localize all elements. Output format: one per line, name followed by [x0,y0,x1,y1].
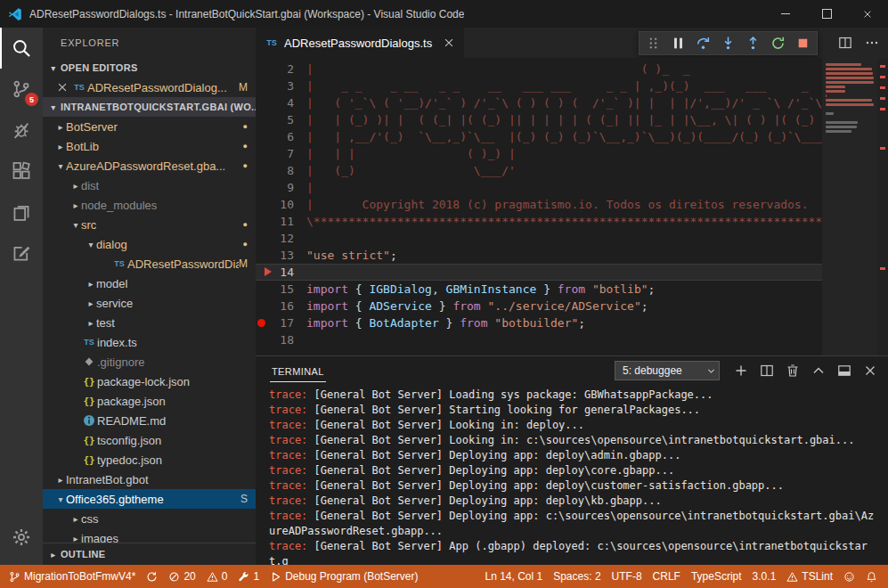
gutter-margin[interactable] [256,196,270,213]
tree-item-tsconfig-json[interactable]: {}tsconfig.json [43,430,256,450]
outline-header[interactable]: ▸ OUTLINE [43,543,256,565]
status-ts-version[interactable]: 3.0.1 [747,565,782,588]
code-line-6[interactable]: 6| | ,__/'(_) `\__,_)`\__ |(_) (_) (_)`\… [256,128,822,145]
terminal-output[interactable]: trace: [General Bot Server] Loading sys … [256,385,888,565]
debug-step-out-icon[interactable] [745,36,761,51]
status-eol[interactable]: CRLF [648,565,686,588]
status-feedback[interactable] [838,565,860,588]
tree-item-typedoc-json[interactable]: {}typedoc.json [43,450,256,470]
panel-panel-layout-icon[interactable] [837,363,851,378]
code-line-4[interactable]: 4| ( '_`\ ( '__)/'_` ) /'_`\ ( ) ( ) ( /… [256,94,822,111]
status-indentation[interactable]: Spaces: 2 [548,565,606,588]
status-tasks[interactable]: 1 [232,565,265,588]
gutter-margin[interactable] [256,230,270,247]
panel-close-icon[interactable] [863,363,877,378]
activity-search[interactable] [0,28,43,69]
status-errors[interactable]: 20 [163,565,200,588]
tree-item-test[interactable]: ▸test [43,313,256,332]
code-line-10[interactable]: 10| Copyright 2018 (c) pragmatismo.io. T… [256,196,822,213]
status-sync[interactable] [141,565,163,588]
debug-pause-icon[interactable] [671,36,686,51]
code-line-11[interactable]: 11\*************************************… [256,213,822,230]
close-tab-icon[interactable] [443,37,455,49]
code-line-3[interactable]: 3| _ _ _ __ _ _ __ ___ ___ _ _ | ,_)(_) … [256,78,822,94]
debug-step-over-icon[interactable] [696,36,711,51]
activity-edit[interactable] [0,233,43,274]
gutter-margin[interactable] [256,94,270,111]
tree-item-readme-md[interactable]: README.md [43,411,256,430]
status-language[interactable]: TypeScript [686,565,747,588]
gutter-margin[interactable] [256,162,270,179]
tab-adresetpassworddialogs-ts[interactable]: TS ADResetPasswordDialogs.ts [256,28,464,58]
activity-files[interactable] [0,192,43,233]
gutter-margin[interactable] [256,61,270,78]
panel-plus-icon[interactable] [734,363,748,378]
code-line-17[interactable]: 17import { BotAdapter } from "botbuilder… [256,314,822,331]
panel-split-terminal-icon[interactable] [760,363,774,378]
gutter-margin[interactable] [256,179,270,196]
gutter-margin[interactable] [256,213,270,230]
activity-debug[interactable] [0,110,43,151]
gutter-margin[interactable] [256,78,270,94]
gutter-margin[interactable] [256,111,270,128]
tree-item-node-modules[interactable]: ▸node_modules [43,195,256,215]
minimap[interactable] [822,58,877,355]
panel-chevron-up-icon[interactable] [811,363,826,378]
code-line-18[interactable]: 18 [256,331,822,348]
debug-step-into-icon[interactable] [721,36,736,51]
tree-item-model[interactable]: ▸model [43,274,256,293]
status-git-branch[interactable]: MigrationToBotFmwV4* [4,565,141,588]
ellipsis-icon[interactable] [865,36,879,50]
status-debug-program[interactable]: Debug Program (BotServer) [265,565,423,588]
status-warnings[interactable]: 0 [201,565,233,588]
code-line-13[interactable]: 13"use strict"; [256,247,822,264]
status-cursor-position[interactable]: Ln 14, Col 1 [479,565,548,588]
gutter-margin[interactable] [256,247,270,264]
code-line-9[interactable]: 9| [256,179,822,196]
activity-gear[interactable] [0,517,43,558]
open-editor-adresetpassworddialog[interactable]: TSADResetPasswordDialog...M [43,78,256,97]
tree-item-package-json[interactable]: {}package.json [43,391,256,411]
code-line-7[interactable]: 7| | | ( )_) | [256,145,822,162]
tree-item-botlib[interactable]: ▸BotLib● [43,136,256,156]
activity-source-control[interactable]: 5 [0,69,43,110]
gutter-margin[interactable] [256,145,270,162]
tree-item-dialog[interactable]: ▾dialog● [43,234,256,254]
activity-extensions[interactable] [0,151,43,192]
code-line-12[interactable]: 12 [256,230,822,247]
tree-item-adresetpassworddial[interactable]: TSADResetPasswordDial...M [43,254,256,274]
tab-terminal[interactable]: TERMINAL [270,360,326,382]
tree-item-src[interactable]: ▾src● [43,215,256,234]
debug-stop-icon[interactable] [795,36,811,51]
code-line-16[interactable]: 16import { ADService } from "../service/… [256,298,822,314]
tree-item-dist[interactable]: ▸dist [43,176,256,195]
tree-item-gitignore[interactable]: .gitignore [43,352,256,372]
status-tslint[interactable]: TSLint [781,565,838,588]
tree-item-azureadpasswordreset-gba[interactable]: ▾AzureADPasswordReset.gba...● [43,156,256,176]
code-line-8[interactable]: 8| (_) \___/' [256,162,822,179]
status-notifications[interactable] [860,565,883,588]
gutter-margin[interactable] [256,298,270,314]
gutter-margin[interactable] [256,331,270,348]
debug-restart-icon[interactable] [770,36,786,51]
gutter-margin[interactable] [256,264,270,281]
tree-item-office365-gbtheme[interactable]: ▾Office365.gbthemeS [43,489,256,509]
tree-item-images[interactable]: ▸images [43,528,256,543]
gutter-margin[interactable] [256,314,270,331]
tree-item-service[interactable]: ▸service [43,293,256,313]
open-editors-header[interactable]: ▾ OPEN EDITORS [43,58,256,78]
code-editor[interactable]: 2| ( )_ _3| _ _ _ __ _ _ __ ___ ___ _ _ … [256,58,822,355]
tree-item-css[interactable]: ▸css [43,509,256,528]
code-line-2[interactable]: 2| ( )_ _ [256,61,822,78]
terminal-selector[interactable]: 5: debuggee [615,361,720,380]
code-line-15[interactable]: 15import { IGBDialog, GBMinInstance } fr… [256,281,822,298]
status-encoding[interactable]: UTF-8 [607,565,648,588]
gutter-margin[interactable] [256,281,270,298]
code-line-5[interactable]: 5| | (_) )| | ( (_| |( (_) || | | | | ( … [256,111,822,128]
tree-item-intranetbot-gbot[interactable]: ▸IntranetBot.gbot [43,470,256,489]
split-editor-icon[interactable] [838,36,852,50]
code-line-14[interactable]: 14 [256,264,822,281]
tree-item-botserver[interactable]: ▸BotServer● [43,117,256,136]
debug-grip-icon[interactable] [646,36,661,51]
tree-item-index-ts[interactable]: TSindex.ts [43,332,256,352]
